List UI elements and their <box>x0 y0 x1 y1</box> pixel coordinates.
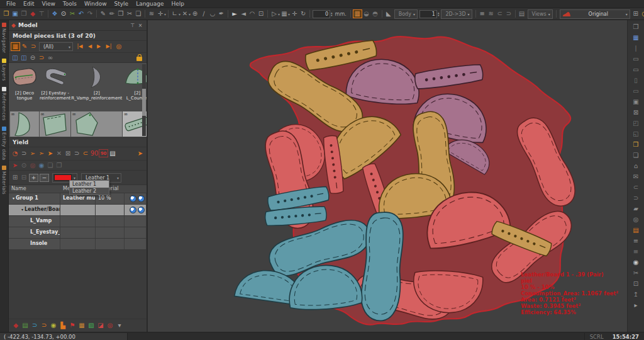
locate-piece-button[interactable]: ◎ <box>114 42 123 51</box>
copy-piece-icon[interactable]: ❐ <box>631 21 640 32</box>
menu-help[interactable]: Help <box>168 0 189 8</box>
piece-thumbnail-linked-3[interactable]: ∞ <box>71 111 122 137</box>
layers-a-icon[interactable]: ≡ <box>631 235 640 246</box>
cut-icon[interactable]: ✂ <box>68 9 77 18</box>
shoe-right-icon[interactable]: ⊃ <box>504 9 513 18</box>
close-icon[interactable]: × <box>136 23 144 28</box>
menu-style[interactable]: Style <box>111 0 133 8</box>
sync-icon[interactable]: ◫ <box>11 54 19 62</box>
node-edit-icon[interactable]: ▷ <box>270 9 279 18</box>
thumbnail-scrollbar[interactable] <box>142 64 146 136</box>
offset-value-input[interactable] <box>313 10 330 18</box>
grid-icon[interactable]: ▣ <box>631 96 640 107</box>
clear-icon[interactable]: ✕ <box>55 149 64 158</box>
mountain-icon[interactable]: ◪ <box>96 321 105 330</box>
stitch-icon[interactable]: ≋ <box>147 9 156 18</box>
globe-alt-icon[interactable] <box>138 195 145 202</box>
save-icon[interactable]: ▣ <box>11 9 19 18</box>
camera-red-icon[interactable]: ◎ <box>106 321 114 330</box>
rotate-90-box-icon[interactable]: 90 <box>99 149 108 157</box>
bag-icon[interactable]: ⌂ <box>631 161 640 171</box>
next-piece-button[interactable]: ▶ <box>94 42 103 51</box>
yield-table-row-l-vamp[interactable]: L_Vamp <box>9 216 147 227</box>
views-combo[interactable]: Views▾ <box>528 9 553 19</box>
sheet-add-icon[interactable]: ❐ <box>55 161 64 170</box>
swoosh-blue-icon[interactable]: ⊃ <box>30 321 39 330</box>
auto-nest2-icon[interactable]: ➣ <box>37 149 46 158</box>
auto-nest-icon[interactable]: ➢ <box>28 149 37 158</box>
point-add-icon[interactable]: ✛▾ <box>156 9 166 18</box>
sidebar-tab-navigator[interactable]: Navigator <box>1 21 7 53</box>
intersect-tool-icon[interactable]: ✕ <box>180 9 189 18</box>
pan-icon[interactable]: ❖ <box>50 9 59 18</box>
shoe-red-icon[interactable]: ◆ <box>11 321 20 330</box>
heel-orange-icon[interactable]: ▙ <box>58 321 67 330</box>
remove-icon[interactable]: ⊖ <box>28 54 37 62</box>
expand-arrow-icon[interactable]: ▾ <box>21 207 23 212</box>
bulb-icon[interactable]: ◉ <box>631 257 640 268</box>
flip-piece-icon[interactable]: ⊃ <box>29 42 38 51</box>
delete-icon[interactable]: ⊠ <box>631 107 640 118</box>
folder-yellow-icon[interactable]: ❒ <box>631 139 640 150</box>
table-add-icon[interactable]: ⊞ <box>11 173 19 182</box>
corner-b-icon[interactable]: ◱ <box>631 128 640 139</box>
more-icon[interactable]: ▾ <box>115 321 124 330</box>
sheet-icon[interactable]: ❏ <box>46 161 55 170</box>
lock-node-icon[interactable]: ⊡ <box>257 9 265 18</box>
yield-table-row-insole[interactable]: Insole <box>9 239 147 250</box>
corner-a-icon[interactable]: ◰ <box>631 118 640 128</box>
delete-nest-icon[interactable]: ⊠ <box>64 149 72 158</box>
piece-thumbnail-linked-1[interactable]: ∞ <box>10 111 39 137</box>
flip-nest-icon[interactable]: ⊃ <box>72 149 81 158</box>
open-folder-icon[interactable]: ❒ <box>2 9 11 18</box>
target-tool-icon[interactable]: ⊕ <box>191 9 199 18</box>
piece-thumbnail-vamp-reinforcement[interactable]: [2] R_Vamp_reinforcement <box>71 64 122 110</box>
report-icon[interactable]: ▤ <box>108 149 117 158</box>
mirror-icon[interactable]: ⊃ <box>37 54 46 62</box>
move-icon[interactable]: ✛ <box>290 9 299 18</box>
prev-piece-button[interactable]: ◀ <box>86 42 94 51</box>
menu-view[interactable]: View <box>38 0 59 8</box>
mode-combo[interactable]: 2D->3D▾ <box>441 9 472 19</box>
lock-icon[interactable]: ⊤ <box>37 9 46 18</box>
shoe-dark2-icon[interactable]: ⊃ <box>631 193 640 203</box>
mirror-nest-icon[interactable]: ⊂ <box>81 149 90 158</box>
add-row-button[interactable]: + <box>29 174 38 182</box>
remove-row-button[interactable]: − <box>40 174 49 182</box>
globe-icon[interactable] <box>130 207 136 213</box>
layers-icon[interactable]: ≡ <box>478 9 487 18</box>
menu-window[interactable]: Window <box>80 0 111 8</box>
corner-tool-icon[interactable]: ∟ <box>170 9 179 18</box>
nest-active-icon[interactable]: ▥ <box>353 9 362 18</box>
redo-icon[interactable]: ↷ <box>86 9 94 18</box>
film-icon[interactable]: ▤ <box>518 9 526 18</box>
piece-thumbnail-eyestay-reinforcement[interactable]: [2] Eyestay - reinforcement <box>40 64 70 110</box>
dropdown-option-leather-1[interactable]: Leather 1 <box>70 181 109 188</box>
export-cut-icon[interactable]: ⊡ <box>631 278 640 289</box>
yield-table-row-leather-board[interactable]: ▾Leather/Board <box>9 205 147 216</box>
line-tool-icon[interactable]: ∕ <box>199 9 208 18</box>
menu-file[interactable]: File <box>3 0 19 8</box>
shoe-left-icon[interactable]: ⊂ <box>496 9 504 18</box>
paste-icon[interactable]: ❏ <box>134 9 143 18</box>
piece-thumbnail-linked-2[interactable]: ∞ <box>40 111 70 137</box>
shoe-dark-icon[interactable]: ⊂ <box>631 182 640 193</box>
flag-red-icon[interactable]: ⚑ <box>68 321 77 330</box>
export-box2-icon[interactable]: ▭ <box>631 64 640 75</box>
arc-icon[interactable]: ◠ <box>248 9 257 18</box>
stack-icon[interactable]: ❏ <box>631 150 640 161</box>
snap-grid-icon[interactable]: ▦▾ <box>280 9 290 18</box>
snap-grid-icon[interactable]: ▦ <box>280 9 289 18</box>
scissors-icon[interactable]: ✂ <box>125 9 134 18</box>
knife-icon[interactable]: ✏ <box>108 9 116 18</box>
corner-tool-icon[interactable]: ∟▾ <box>170 9 180 18</box>
shoe-export-icon[interactable]: ◆ <box>28 9 37 18</box>
add-model-icon[interactable]: ⊞ <box>631 9 640 18</box>
edit-piece-icon[interactable]: ✎ <box>20 42 29 51</box>
hide-view-icon[interactable]: ◓ <box>371 9 380 18</box>
spinner-buttons[interactable]: ▴▾ <box>438 11 440 16</box>
mail-icon[interactable]: ✉ <box>631 171 640 182</box>
nest-run-icon[interactable]: ◔ <box>11 149 19 158</box>
doc-green-icon[interactable]: ▤ <box>21 321 30 330</box>
body-combo[interactable]: Body▾ <box>394 9 418 19</box>
